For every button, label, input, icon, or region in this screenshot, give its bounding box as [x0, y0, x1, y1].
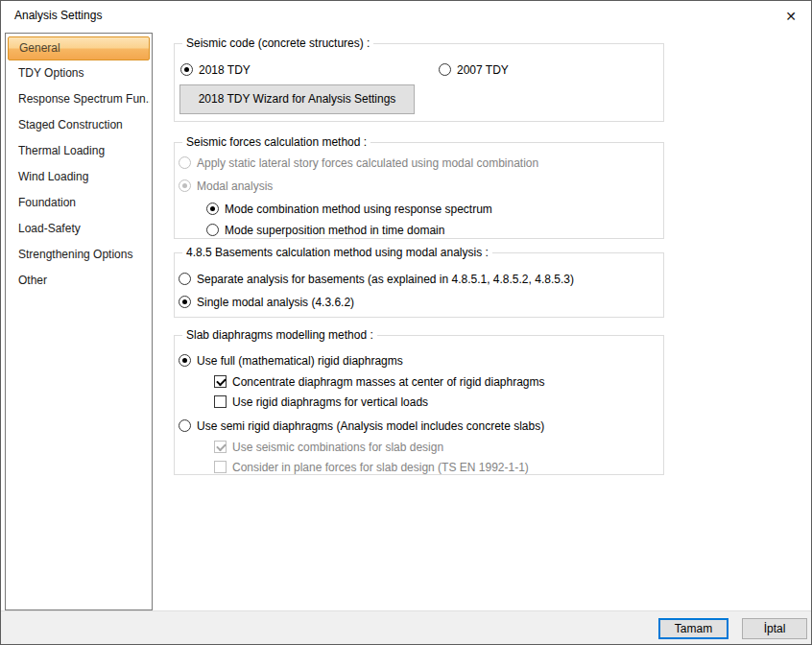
sidebar-item-other[interactable]: Other — [8, 268, 150, 294]
radio-icon — [206, 203, 219, 215]
checkbox-label: Consider in plane forces for slab design… — [232, 461, 529, 474]
sidebar-item-general[interactable]: General — [8, 36, 150, 60]
group-calc-method: Seismic forces calculation method : Appl… — [174, 142, 664, 239]
radio-icon — [179, 156, 191, 169]
radio-label: Separate analysis for basements (as expl… — [197, 273, 574, 286]
radio-icon — [206, 224, 219, 236]
checkbox-icon — [214, 461, 227, 473]
radio-mode-combination[interactable]: Mode combination method using response s… — [206, 202, 492, 216]
footer-bar: Tamam İptal — [1, 610, 811, 644]
checkbox-label: Use seismic combinations for slab design — [232, 441, 443, 454]
radio-apply-static-forces: Apply static lateral story forces calcul… — [179, 155, 538, 170]
checkbox-icon — [214, 375, 227, 388]
radio-label: Single modal analysis (4.3.6.2) — [197, 296, 354, 309]
sidebar-item-response-spectrum[interactable]: Response Spectrum Fun... — [8, 86, 150, 112]
radio-mode-superposition[interactable]: Mode superposition method in time domain — [206, 223, 444, 237]
radio-label: Apply static lateral story forces calcul… — [197, 156, 538, 170]
radio-icon — [179, 273, 191, 285]
checkbox-in-plane-forces: Consider in plane forces for slab design… — [214, 460, 529, 474]
radio-icon — [179, 354, 191, 367]
checkbox-icon — [214, 395, 227, 408]
radio-label: Modal analysis — [197, 179, 273, 193]
radio-separate-analysis[interactable]: Separate analysis for basements (as expl… — [179, 272, 574, 286]
radio-2007-tdy[interactable]: 2007 TDY — [439, 62, 509, 77]
tdy-wizard-button[interactable]: 2018 TDY Wizard for Analysis Settings — [179, 84, 415, 114]
radio-2018-tdy[interactable]: 2018 TDY — [180, 62, 251, 77]
cancel-button[interactable]: İptal — [742, 618, 807, 639]
category-list: General TDY Options Response Spectrum Fu… — [5, 33, 153, 610]
group-seismic-code: Seismic code (concrete structures) : 201… — [174, 43, 664, 122]
radio-icon — [179, 296, 191, 308]
sidebar-item-staged-construction[interactable]: Staged Construction — [8, 112, 150, 138]
checkbox-label: Concentrate diaphragm masses at center o… — [232, 375, 545, 389]
sidebar-item-foundation[interactable]: Foundation — [8, 190, 150, 216]
checkbox-concentrate-masses[interactable]: Concentrate diaphragm masses at center o… — [214, 374, 545, 389]
radio-single-modal-analysis[interactable]: Single modal analysis (4.3.6.2) — [179, 295, 354, 309]
group-slab-diaphragms-title: Slab diaphragms modelling method : — [182, 328, 377, 342]
radio-full-rigid-diaphragms[interactable]: Use full (mathematical) rigid diaphragms — [179, 353, 403, 368]
checkbox-icon — [214, 441, 227, 453]
radio-label: Use semi rigid diaphragms (Analysis mode… — [197, 419, 544, 433]
group-basements: 4.8.5 Basements calculation method using… — [174, 252, 664, 318]
radio-label: Mode combination method using response s… — [225, 203, 492, 216]
sidebar-item-load-safety[interactable]: Load-Safety — [8, 216, 150, 242]
checkbox-rigid-vertical-loads[interactable]: Use rigid diaphragms for vertical loads — [214, 394, 428, 409]
checkbox-label: Use rigid diaphragms for vertical loads — [232, 395, 428, 409]
group-calc-method-title: Seismic forces calculation method : — [182, 135, 370, 149]
radio-label: 2018 TDY — [199, 63, 251, 77]
analysis-settings-dialog: Analysis Settings ✕ General TDY Options … — [0, 0, 812, 645]
group-slab-diaphragms: Slab diaphragms modelling method : Use f… — [174, 335, 664, 475]
sidebar-item-strengthening-options[interactable]: Strengthening Options — [8, 242, 150, 268]
radio-label: Mode superposition method in time domain — [225, 224, 444, 237]
checkbox-seismic-combinations: Use seismic combinations for slab design — [214, 440, 443, 454]
group-seismic-code-title: Seismic code (concrete structures) : — [182, 36, 373, 50]
radio-label: Use full (mathematical) rigid diaphragms — [197, 354, 403, 368]
sidebar-item-tdy-options[interactable]: TDY Options — [8, 60, 150, 86]
radio-icon — [180, 63, 193, 76]
radio-label: 2007 TDY — [457, 63, 509, 77]
group-basements-title: 4.8.5 Basements calculation method using… — [182, 246, 492, 259]
radio-icon — [439, 63, 451, 76]
close-icon[interactable]: ✕ — [780, 6, 801, 27]
sidebar-item-wind-loading[interactable]: Wind Loading — [8, 164, 150, 190]
radio-modal-analysis: Modal analysis — [179, 179, 273, 193]
dialog-title: Analysis Settings — [14, 1, 102, 31]
ok-button[interactable]: Tamam — [658, 618, 728, 639]
radio-icon — [179, 179, 191, 192]
sidebar-item-thermal-loading[interactable]: Thermal Loading — [8, 138, 150, 164]
radio-icon — [179, 419, 191, 432]
radio-semi-rigid-diaphragms[interactable]: Use semi rigid diaphragms (Analysis mode… — [179, 418, 544, 433]
title-bar: Analysis Settings ✕ — [1, 1, 811, 31]
